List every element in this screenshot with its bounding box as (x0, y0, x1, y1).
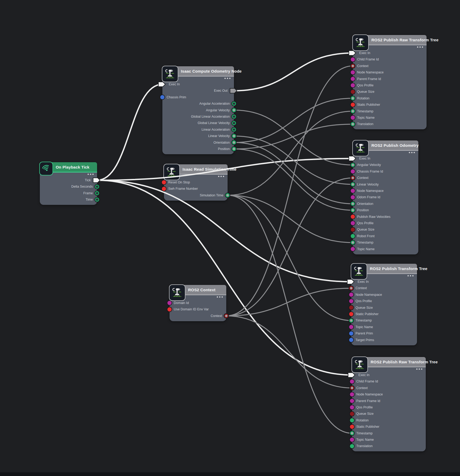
node-icon-box (352, 140, 369, 156)
node-options-dots[interactable] (218, 176, 224, 177)
node-options-dots[interactable] (417, 46, 423, 48)
port-label: Angular Acceleration (199, 101, 230, 106)
port-label: Qos Profile (357, 83, 374, 88)
port-label: Exec In (169, 82, 180, 87)
port-label: Timestamp (357, 109, 373, 114)
port-label: Simulation Time (200, 193, 223, 198)
node-title: Isaac Compute Odometry Node (181, 69, 242, 73)
port-label: Reset On Stop (168, 180, 190, 185)
node-title: ROS2 Publish Transform Tree (370, 266, 427, 271)
port-label: Queue Size (355, 305, 373, 310)
port-label: Exec In (358, 279, 369, 284)
node-icon-box (39, 162, 53, 175)
port-label: Topic Name (355, 325, 373, 329)
port-label: Context (211, 314, 222, 318)
node-options-dots[interactable] (224, 78, 231, 79)
node-title: ROS2 Publish Raw Transform Tree (371, 38, 439, 42)
port-label: Position (357, 208, 369, 213)
port-label: Orientation (214, 140, 230, 145)
node-on-playback-tick[interactable]: On Playback Tick TickDelta SecondsFrameT… (40, 162, 97, 205)
port-label: Time (86, 197, 93, 202)
wire-data[interactable] (228, 195, 352, 433)
port-label: Exec In (359, 51, 370, 55)
node-ros2-context[interactable]: ROS2 Context Domain IdUse Domain ID Env … (170, 285, 226, 321)
port-label: Position (218, 147, 230, 151)
node-icon-box (169, 284, 185, 301)
port-label: Swh Frame Number (168, 186, 198, 191)
wire-exec[interactable] (234, 53, 353, 91)
port-label: Tick (85, 178, 91, 183)
robot-arm-icon (172, 287, 183, 298)
wire-data[interactable] (234, 98, 353, 143)
port-label: Domain Id (174, 301, 189, 305)
port-label: Rotation (356, 418, 369, 423)
node-read-sim-time[interactable]: Isaac Read Simulation Time Reset On Stop… (164, 164, 228, 201)
port-label: Topic Name (357, 115, 375, 120)
port-label: Qos Profile (357, 221, 374, 226)
graph-canvas[interactable]: On Playback Tick TickDelta SecondsFrameT… (0, 0, 460, 476)
port-label: Node Namespace (355, 292, 382, 297)
robot-arm-icon (166, 167, 177, 177)
node-pub-raw-tf-top[interactable]: ROS2 Publish Raw Transform Tree Exec InC… (353, 35, 427, 129)
node-pub-odometry[interactable]: ROS2 Publish Odometry Exec InAngular Vel… (353, 140, 418, 254)
port-label: Chassis Prim (167, 95, 186, 100)
node-options-dots[interactable] (407, 275, 414, 276)
port-label: Queue Size (357, 227, 374, 232)
port-label: Timestamp (355, 318, 372, 323)
port-label: Delta Seconds (71, 184, 93, 189)
node-compute-odometry[interactable]: Isaac Compute Odometry Node Exec InExec … (162, 66, 234, 154)
wire-data[interactable] (234, 124, 353, 149)
port-label: Use Domain ID Env Var (174, 307, 209, 312)
port-label: Context (357, 64, 368, 68)
robot-arm-icon (355, 37, 366, 48)
robot-arm-icon (165, 69, 175, 79)
port-label: Parent Frame Id (356, 399, 380, 403)
node-options-dots[interactable] (88, 174, 94, 175)
port-label: Queue Size (357, 89, 374, 94)
port-label: Context (355, 286, 367, 290)
node-options-dots[interactable] (409, 152, 415, 153)
port-label: Qos Profile (356, 405, 373, 410)
viewport-bottom-edge (0, 472, 460, 476)
node-icon-box (351, 356, 368, 373)
port-label: Parent Frame Id (357, 77, 381, 81)
node-pub-raw-tf-bottom[interactable]: ROS2 Publish Raw Transform Tree Exec InC… (352, 357, 426, 451)
port-label: Exec In (359, 156, 370, 161)
node-options-dots[interactable] (217, 296, 223, 298)
port-label: Translation (356, 444, 372, 448)
port-label: Angular Velocity (357, 162, 381, 167)
port-label: Topic Name (356, 437, 374, 442)
port-label: Topic Name (357, 247, 375, 252)
port-label: Exec Out (214, 88, 228, 93)
port-label: Static Publisher (357, 102, 380, 107)
wire-data[interactable] (226, 66, 353, 316)
wire-data[interactable] (226, 316, 352, 388)
port-label: Orientation (357, 201, 373, 206)
node-icon-box (162, 66, 178, 82)
robot-arm-icon (355, 143, 366, 153)
wire-exec[interactable] (97, 84, 162, 180)
wire-exec[interactable] (97, 180, 352, 375)
port-label: Child Frame Id (357, 57, 379, 62)
port-label: Linear Velocity (357, 182, 379, 187)
port-label: Node Namespace (357, 188, 384, 193)
node-options-dots[interactable] (416, 368, 422, 370)
port-label: Angular Velocity (206, 108, 230, 113)
node-icon-box (351, 263, 367, 280)
port-label: Child Frame Id (356, 379, 378, 384)
port-label: Publish Raw Velocities (357, 214, 390, 219)
port-label: Parent Prim (355, 331, 373, 336)
port-label: Node Namespace (356, 392, 383, 397)
node-title: ROS2 Context (188, 288, 215, 292)
node-pub-tf-tree[interactable]: ROS2 Publish Transform Tree Exec InConte… (351, 264, 417, 345)
port-label: Robot Front (357, 234, 375, 239)
port-label: Chassis Frame Id (357, 169, 383, 174)
robot-arm-icon (354, 266, 364, 277)
robot-arm-icon (354, 359, 365, 370)
port-label: Context (356, 386, 368, 390)
wire-data[interactable] (228, 195, 353, 243)
node-title: ROS2 Publish Raw Transform Tree (371, 360, 438, 364)
node-icon-box (352, 34, 369, 51)
port-label: Exec In (358, 373, 370, 377)
wire-data[interactable] (234, 143, 353, 204)
